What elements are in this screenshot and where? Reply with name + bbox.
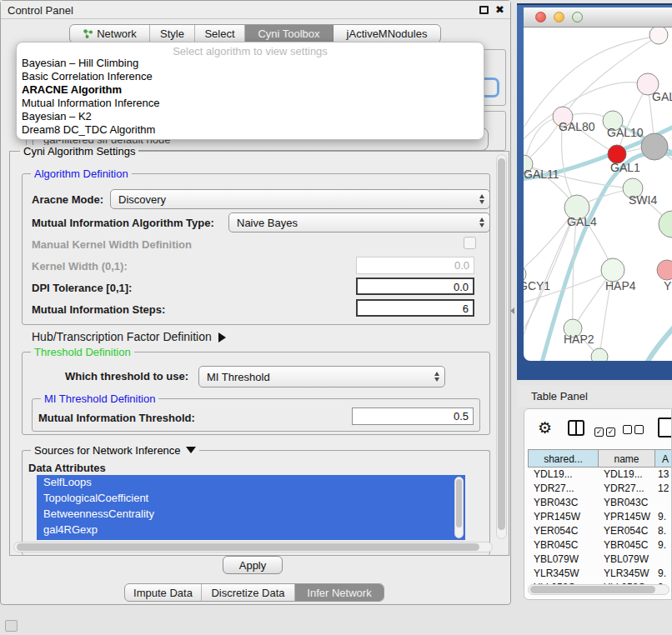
column-header-clipped[interactable]: A: [655, 450, 672, 467]
table-horizontal-scrollbar[interactable]: [528, 584, 669, 595]
control-panel-window: Control Panel ✖ Network Style Select Cyn…: [0, 0, 511, 605]
table-row[interactable]: YDL19...YDL19...13: [528, 468, 672, 482]
sources-title-toggle[interactable]: Sources for Network Inference: [31, 444, 199, 457]
table-header-row: shared... name A: [528, 449, 672, 468]
panel-splitter-arrow[interactable]: [510, 308, 514, 314]
gear-icon[interactable]: ⚙: [538, 418, 552, 438]
table-row[interactable]: YBR045CYBR045C9.: [528, 538, 672, 552]
deselect-all-columns-icon[interactable]: [623, 422, 646, 438]
kernel-width-field[interactable]: 0.0: [356, 257, 474, 274]
mi-threshold-definition-title: MI Threshold Definition: [41, 392, 158, 405]
network-node[interactable]: [659, 211, 672, 238]
network-node[interactable]: [591, 348, 608, 361]
attribute-item[interactable]: BetweennessCentrality: [37, 507, 465, 522]
mi-threshold-field[interactable]: 0.5: [352, 408, 474, 425]
network-view-window: GAL GAL80 GAL10 GAL1 GAL11 SWI4 GAL4 GCY…: [517, 3, 672, 380]
manual-kernel-width-checkbox[interactable]: [464, 237, 476, 249]
column-header-shared[interactable]: shared...: [529, 450, 599, 467]
node-label: GAL: [652, 90, 672, 103]
collapse-down-icon: [186, 447, 196, 453]
table-panel-header: Table Panel: [517, 385, 672, 407]
control-panel-tabbar: Network Style Select Cyni Toolbox jActiv…: [69, 24, 441, 43]
column-header-name[interactable]: name: [599, 450, 655, 467]
tab-cyni-toolbox[interactable]: Cyni Toolbox: [245, 25, 333, 42]
tab-style[interactable]: Style: [150, 25, 195, 42]
network-window-titlebar: [524, 8, 672, 28]
which-threshold-value: MI Threshold: [207, 371, 270, 383]
collapsed-panel-button[interactable]: [5, 620, 18, 632]
network-node[interactable]: [649, 28, 668, 44]
network-node-gray[interactable]: [641, 133, 668, 160]
settings-horizontal-scrollbar[interactable]: [13, 542, 493, 552]
table-row[interactable]: YDR27...YDR27...12: [528, 482, 672, 496]
node-label: Y: [664, 279, 672, 292]
tab-cyni-toolbox-label: Cyni Toolbox: [258, 28, 319, 40]
close-traffic-light[interactable]: [535, 12, 546, 22]
close-icon[interactable]: ✖: [495, 3, 504, 16]
float-window-icon[interactable]: [479, 6, 489, 14]
algorithm-option[interactable]: Bayesian – K2: [22, 110, 92, 122]
mi-steps-label: Mutual Information Steps:: [32, 303, 165, 316]
tab-infer-network[interactable]: Infer Network: [295, 584, 384, 601]
algorithm-option[interactable]: Bayesian – Hill Climbing: [22, 57, 138, 69]
algorithm-option[interactable]: Mutual Information Inference: [22, 97, 159, 109]
mi-algorithm-type-value: Naive Bayes: [237, 217, 298, 229]
table-row[interactable]: YER054CYER054C8.: [528, 524, 672, 538]
mi-steps-field[interactable]: 6: [356, 299, 474, 317]
algorithm-option-selected[interactable]: ARACNE Algorithm: [22, 83, 122, 96]
node-table: shared... name A YDL19...YDL19...13 YDR2…: [528, 449, 672, 595]
tab-discretize-data[interactable]: Discretize Data: [202, 584, 295, 601]
table-row[interactable]: YBR043CYBR043C: [528, 496, 672, 510]
attribute-item[interactable]: TopologicalCoefficient: [37, 491, 465, 507]
attribute-item[interactable]: SelfLoops: [37, 475, 465, 491]
apply-button[interactable]: Apply: [223, 556, 283, 574]
data-attributes-label: Data Attributes: [28, 462, 106, 474]
algorithm-option[interactable]: Basic Correlation Inference: [22, 70, 153, 82]
tab-infer-network-label: Infer Network: [307, 587, 371, 599]
tab-network[interactable]: Network: [70, 25, 150, 42]
stepper-icon: [479, 218, 484, 228]
table-row[interactable]: YPR145WYPR145W9.: [528, 510, 672, 524]
table-panel-card: ⚙ ✓✓ shared... name A YDL19...YDL19...13…: [524, 408, 672, 600]
select-all-columns-icon[interactable]: ✓✓: [594, 422, 618, 438]
node-label: GAL1: [610, 161, 640, 174]
tab-select-label: Select: [204, 28, 234, 40]
which-threshold-label: Which threshold to use:: [65, 370, 188, 382]
tab-impute-data-label: Impute Data: [133, 587, 193, 599]
mi-algorithm-type-combo[interactable]: Naive Bayes: [228, 212, 490, 232]
node-label: GAL10: [607, 126, 644, 139]
tab-jactivemnodules-label: jActiveMNodules: [347, 28, 428, 40]
node-label: GAL4: [567, 215, 597, 228]
manual-kernel-width-label: Manual Kernel Width Definition: [32, 238, 192, 251]
network-canvas[interactable]: GAL GAL80 GAL10 GAL1 GAL11 SWI4 GAL4 GCY…: [524, 28, 672, 361]
cyni-algorithm-settings-panel: Cyni Algorithm Settings Algorithm Defini…: [9, 151, 509, 556]
tab-jactivemnodules[interactable]: jActiveMNodules: [333, 25, 440, 42]
zoom-traffic-light[interactable]: [572, 12, 583, 22]
network-node-y[interactable]: [657, 260, 672, 280]
tab-impute-data[interactable]: Impute Data: [125, 584, 202, 601]
sources-title: Sources for Network Inference: [34, 444, 181, 457]
algorithm-dropdown-popup: Select algorithm to view settings Bayesi…: [16, 42, 484, 140]
hub-definition-toggle[interactable]: Hub/Transcription Factor Definition: [32, 330, 226, 343]
table-row[interactable]: YLR345WYLR345W9.: [528, 567, 672, 581]
table-row[interactable]: YBL079WYBL079W: [528, 552, 672, 567]
data-attributes-list: SelfLoops TopologicalCoefficient Between…: [37, 475, 465, 540]
tab-select[interactable]: Select: [195, 25, 245, 42]
settings-vertical-scrollbar[interactable]: [496, 154, 507, 539]
minimize-traffic-light[interactable]: [554, 12, 564, 22]
new-table-icon[interactable]: [658, 418, 672, 438]
tab-discretize-data-label: Discretize Data: [211, 587, 284, 599]
attributes-list-scrollbar[interactable]: [454, 477, 464, 538]
dpi-tolerance-field[interactable]: 0.0: [356, 278, 474, 295]
attribute-item[interactable]: gal4RGexp: [37, 522, 465, 538]
application-root: Control Panel ✖ Network Style Select Cyn…: [0, 0, 672, 635]
aracne-mode-label: Aracne Mode:: [32, 193, 103, 206]
mi-algorithm-type-label: Mutual Information Algorithm Type:: [32, 217, 214, 229]
algorithm-option[interactable]: Dream8 DC_TDC Algorithm: [22, 123, 155, 136]
network-node-hap4[interactable]: [601, 258, 624, 282]
dropdown-placeholder: Select algorithm to view settings: [17, 45, 484, 58]
expand-right-icon: [218, 332, 226, 342]
columns-icon[interactable]: [568, 420, 584, 436]
aracne-mode-combo[interactable]: Discovery: [110, 189, 490, 209]
which-threshold-combo[interactable]: MI Threshold: [198, 366, 445, 388]
